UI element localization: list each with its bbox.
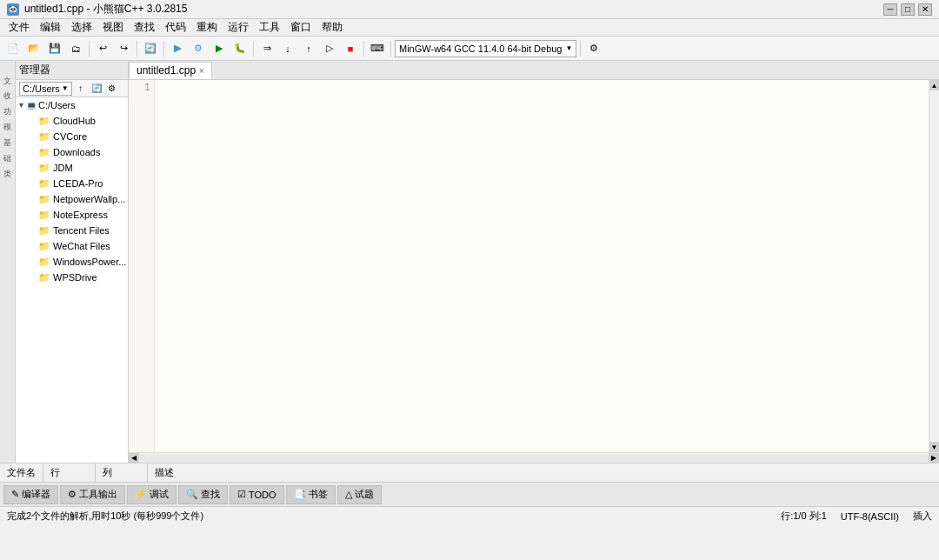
restore-button[interactable]: □	[901, 3, 915, 16]
separator-7	[580, 41, 581, 57]
list-item[interactable]: 📁 NoteExpress	[16, 207, 128, 223]
app-title: untitled1.cpp - 小熊猫C++ 3.0.2815	[24, 2, 187, 17]
file-tree-root[interactable]: ▼ 💻 C:/Users	[16, 97, 128, 113]
save-all-button[interactable]: 🗂	[66, 39, 85, 58]
menu-file[interactable]: 文件	[3, 18, 35, 37]
tab-close-icon[interactable]: ×	[199, 66, 204, 76]
line-col: 行	[43, 463, 96, 482]
compile-run-button[interactable]: ▶	[168, 39, 187, 58]
tab-debug[interactable]: ⚡ 调试	[127, 485, 176, 504]
menu-run[interactable]: 运行	[223, 18, 254, 37]
settings-button[interactable]: ⚙	[584, 39, 603, 58]
separator-4	[253, 41, 254, 57]
folder-icon: 📁	[38, 210, 50, 221]
step-into-button[interactable]: ↓	[278, 39, 297, 58]
step-over-button[interactable]: ⇒	[257, 39, 276, 58]
scroll-track-horizontal[interactable]	[139, 455, 929, 462]
tab-compiler[interactable]: ✎ 编译器	[3, 485, 58, 504]
menu-select[interactable]: 选择	[66, 18, 97, 37]
insert-mode-label: 插入	[913, 510, 932, 523]
encoding-label: UTF-8(ASCII)	[841, 511, 899, 522]
list-item[interactable]: 📁 NetpowerWallp...	[16, 191, 128, 207]
code-editor[interactable]	[155, 80, 929, 452]
scroll-up-arrow-icon[interactable]: ▲	[929, 80, 940, 90]
sidebar-file-icon[interactable]: 文	[1, 63, 15, 77]
expand-arrow-icon	[30, 226, 38, 235]
list-item[interactable]: 📁 Downloads	[16, 144, 128, 160]
menu-refactor[interactable]: 重构	[191, 18, 223, 37]
list-item[interactable]: 📁 WPSDrive	[16, 270, 128, 285]
sidebar-template-icon[interactable]: 模	[1, 110, 15, 123]
sidebar-class-icon[interactable]: 类	[1, 157, 15, 170]
expand-arrow-icon	[30, 242, 38, 250]
redo-button[interactable]: ↪	[114, 39, 133, 58]
expand-arrow-icon	[30, 148, 38, 157]
scroll-left-arrow-icon[interactable]: ◀	[129, 453, 139, 463]
folder-icon: 📁	[38, 131, 50, 143]
path-dropdown-arrow-icon: ▼	[62, 84, 69, 92]
editor-horizontal-scrollbar[interactable]: ◀ ▶	[129, 452, 939, 463]
main-layout: 文 收 功 模 基 础 类 管理器 C:/Users ▼ ↑ 🔄 ⚙ ▼ 💻 C…	[0, 61, 939, 463]
undo-button[interactable]: ↩	[93, 39, 112, 58]
list-item[interactable]: 📁 LCEDA-Pro	[16, 176, 128, 191]
debug-button[interactable]: 🐛	[230, 39, 250, 58]
refresh-button[interactable]: 🔄	[141, 39, 160, 58]
scroll-right-arrow-icon[interactable]: ▶	[929, 453, 939, 463]
list-item[interactable]: 📁 JDM	[16, 160, 128, 176]
menu-edit[interactable]: 编辑	[35, 18, 66, 37]
list-item[interactable]: 📁 CVCore	[16, 129, 128, 144]
tab-bookmarks[interactable]: 📑 书签	[286, 485, 336, 504]
menu-view[interactable]: 视图	[97, 18, 129, 37]
menu-window[interactable]: 窗口	[285, 18, 316, 37]
close-button[interactable]: ✕	[918, 3, 932, 16]
format-button[interactable]: ⌨	[368, 39, 387, 58]
sidebar-func-icon[interactable]: 功	[1, 94, 15, 108]
path-refresh-button[interactable]: 🔄	[90, 82, 103, 96]
stop-button[interactable]: ■	[341, 39, 360, 58]
bookmarks-icon: 📑	[294, 489, 306, 500]
editor-tab-bar: untitled1.cpp ×	[129, 61, 939, 80]
minimize-button[interactable]: ─	[883, 3, 897, 16]
list-item[interactable]: 📁 CloudHub	[16, 113, 128, 129]
expand-arrow-icon	[30, 257, 38, 266]
menu-help[interactable]: 帮助	[316, 18, 348, 37]
sidebar-foundation-icon[interactable]: 础	[1, 141, 15, 155]
build-config-dropdown[interactable]: MinGW-w64 GCC 11.4.0 64-bit Debug ▼	[395, 40, 576, 57]
sidebar-basic-icon[interactable]: 基	[1, 125, 15, 139]
run-button[interactable]: ▶	[210, 39, 229, 58]
menu-code[interactable]: 代码	[160, 18, 191, 37]
editor-vertical-scrollbar[interactable]: ▲ ▼	[929, 80, 939, 452]
list-item[interactable]: 📁 Tencent Files	[16, 223, 128, 238]
tab-tool-output[interactable]: ⚙ 工具输出	[60, 485, 125, 504]
save-file-button[interactable]: 💾	[45, 39, 64, 58]
path-up-button[interactable]: ↑	[74, 82, 88, 96]
tab-search[interactable]: 🔍 查找	[178, 485, 228, 504]
folder-icon: 📁	[38, 147, 50, 158]
path-options-button[interactable]: ⚙	[105, 82, 119, 96]
editor-tab-untitled[interactable]: untitled1.cpp ×	[129, 62, 212, 79]
expand-arrow-icon	[30, 132, 38, 141]
sidebar-collect-icon[interactable]: 收	[1, 78, 15, 92]
tab-problems[interactable]: △ 试题	[337, 485, 382, 504]
list-item[interactable]: 📁 WindowsPower...	[16, 254, 128, 270]
folder-icon: 📁	[38, 225, 50, 237]
expand-arrow-icon: ▼	[17, 101, 26, 110]
separator-5	[363, 41, 364, 57]
file-name-col: 文件名	[0, 463, 43, 482]
compile-button[interactable]: ⚙	[189, 39, 208, 58]
menu-find[interactable]: 查找	[129, 18, 160, 37]
status-left: 完成2个文件的解析,用时10秒 (每秒999个文件)	[7, 510, 203, 523]
step-out-button[interactable]: ↑	[299, 39, 318, 58]
separator-2	[137, 41, 137, 57]
menu-tools[interactable]: 工具	[254, 18, 285, 37]
path-dropdown[interactable]: C:/Users ▼	[19, 82, 72, 96]
new-file-button[interactable]: 📄	[3, 39, 23, 58]
tab-todo[interactable]: ☑ TODO	[230, 485, 284, 504]
scroll-down-arrow-icon[interactable]: ▼	[929, 442, 940, 452]
separator-3	[163, 41, 164, 57]
compiler-icon: ✎	[11, 489, 19, 500]
continue-button[interactable]: ▷	[320, 39, 339, 58]
desc-col: 描述	[148, 463, 939, 482]
list-item[interactable]: 📁 WeChat Files	[16, 238, 128, 254]
open-file-button[interactable]: 📂	[24, 39, 43, 58]
